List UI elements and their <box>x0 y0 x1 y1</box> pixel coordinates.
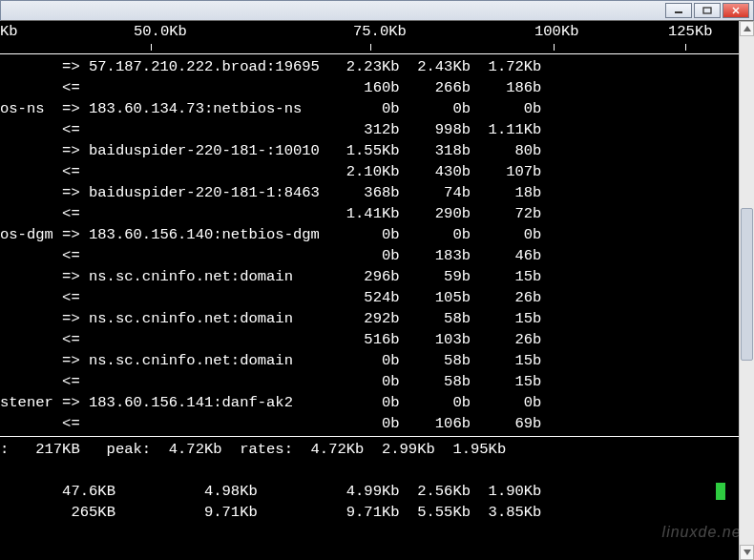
scroll-down-button[interactable] <box>740 545 754 560</box>
scrollbar-track[interactable] <box>740 36 754 545</box>
connection-row-out: => baiduspider-220-181-1:8463 368b 74b 1… <box>0 182 754 203</box>
window-titlebar <box>0 0 754 21</box>
connection-row-out: => ns.sc.cninfo.net:domain 296b 59b 15b <box>0 266 754 287</box>
terminal-output: Kb 50.0Kb 75.0Kb 100Kb 125Kb => 57.187.2… <box>0 21 754 560</box>
connection-row-in: <= 312b 998b 1.11Kb <box>0 119 754 140</box>
connection-row-in: <= 516b 103b 26b <box>0 329 754 350</box>
svg-marker-5 <box>744 550 751 555</box>
connection-row-in: <= 0b 58b 15b <box>0 371 754 392</box>
connection-row-in: <= 1.41Kb 290b 72b <box>0 203 754 224</box>
connection-row-in: <= 0b 183b 46b <box>0 245 754 266</box>
connection-row-in: <= 524b 105b 26b <box>0 287 754 308</box>
vertical-scrollbar[interactable] <box>739 21 754 560</box>
maximize-button[interactable] <box>694 3 721 18</box>
summary-row: : 217KB peak: 4.72Kb rates: 4.72Kb 2.99K… <box>0 439 754 460</box>
connection-list: => 57.187.210.222.broad:19695 2.23Kb 2.4… <box>0 56 754 434</box>
connection-row-out: => ns.sc.cninfo.net:domain 0b 58b 15b <box>0 350 754 371</box>
svg-rect-0 <box>675 11 682 13</box>
summary-row: 265KB 9.71Kb 9.71Kb 5.55Kb 3.85Kb <box>0 481 754 502</box>
scroll-up-button[interactable] <box>740 21 754 36</box>
scale-label: 100Kb <box>534 23 579 40</box>
connection-row-out: os-ns => 183.60.134.73:netbios-ns 0b 0b … <box>0 98 754 119</box>
scale-label: 50.0Kb <box>134 23 187 40</box>
close-button[interactable] <box>723 3 749 18</box>
scrollbar-thumb[interactable] <box>741 208 753 361</box>
minimize-button[interactable] <box>665 3 692 18</box>
connection-row-out: os-dgm => 183.60.156.140:netbios-dgm 0b … <box>0 224 754 245</box>
divider <box>0 436 754 437</box>
bandwidth-scale: Kb 50.0Kb 75.0Kb 100Kb 125Kb <box>0 23 754 44</box>
svg-rect-1 <box>703 8 711 13</box>
summary-row: 47.6KB 4.98Kb 4.99Kb 2.56Kb 1.90Kb <box>0 460 754 481</box>
svg-marker-4 <box>744 26 751 31</box>
connection-row-in: <= 0b 106b 69b <box>0 413 754 434</box>
connection-row-out: => baiduspider-220-181-:10010 1.55Kb 318… <box>0 140 754 161</box>
watermark: linuxde.net <box>662 524 746 541</box>
scale-label: 125Kb <box>668 23 713 40</box>
scale-label: 75.0Kb <box>353 23 407 40</box>
connection-row-in: <= 2.10Kb 430b 107b <box>0 161 754 182</box>
connection-row-in: <= 160b 266b 186b <box>0 77 754 98</box>
connection-row-out: => 57.187.210.222.broad:19695 2.23Kb 2.4… <box>0 56 754 77</box>
connection-row-out: => ns.sc.cninfo.net:domain 292b 58b 15b <box>0 308 754 329</box>
terminal-cursor <box>716 483 725 500</box>
scale-label: Kb <box>0 23 18 40</box>
scale-ticks <box>0 44 754 52</box>
divider <box>0 53 754 54</box>
connection-row-out: stener => 183.60.156.141:danf-ak2 0b 0b … <box>0 392 754 413</box>
